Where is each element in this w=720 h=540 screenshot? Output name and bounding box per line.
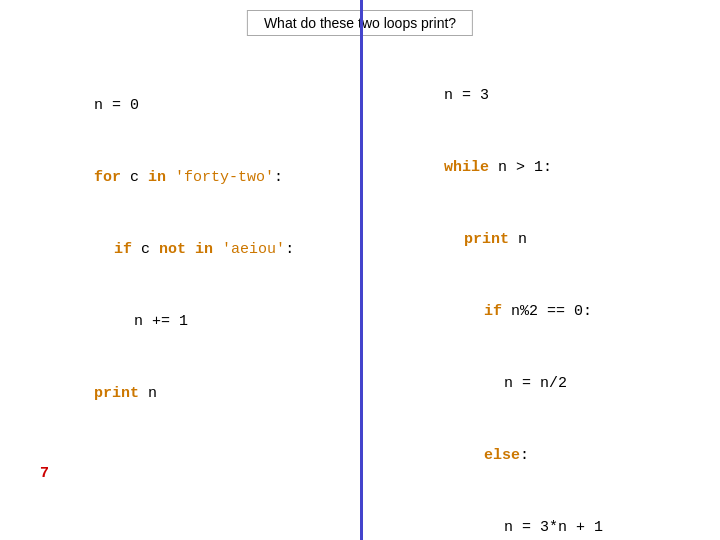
string-aeiou: 'aeiou' (222, 241, 285, 258)
right-line-6: else: (390, 420, 700, 492)
code-line-2: for c in 'forty-two': (40, 142, 340, 214)
print-keyword: print (94, 385, 139, 402)
right-line-1: n = 3 (390, 60, 700, 132)
left-code: n = 0 for c in 'forty-two': if c not in … (40, 70, 340, 430)
else-keyword: else (484, 447, 520, 464)
right-line-5: n = n/2 (390, 348, 700, 420)
left-output: 7 (40, 460, 340, 487)
right-line-3: print n (390, 204, 700, 276)
left-panel: n = 0 for c in 'forty-two': if c not in … (40, 70, 340, 487)
plain-text: n = 0 (94, 97, 139, 114)
not-keyword: not (159, 241, 186, 258)
right-panel: n = 3 while n > 1: print n if n%2 == 0: … (390, 60, 700, 540)
if-keyword-2: if (484, 303, 502, 320)
right-line-2: while n > 1: (390, 132, 700, 204)
for-keyword: for (94, 169, 121, 186)
in-keyword: in (148, 169, 166, 186)
divider (360, 0, 363, 540)
code-line-5: print n (40, 358, 340, 430)
in-keyword-2: in (195, 241, 213, 258)
print-keyword-2: print (464, 231, 509, 248)
while-keyword: while (444, 159, 489, 176)
right-line-4: if n%2 == 0: (390, 276, 700, 348)
code-line-3: if c not in 'aeiou': (40, 214, 340, 286)
right-line-7: n = 3*n + 1 (390, 492, 700, 540)
if-keyword: if (114, 241, 132, 258)
string-forty-two: 'forty-two' (175, 169, 274, 186)
left-answer: 7 (40, 465, 49, 482)
code-line-1: n = 0 (40, 70, 340, 142)
code-line-4: n += 1 (40, 286, 340, 358)
right-code: n = 3 while n > 1: print n if n%2 == 0: … (390, 60, 700, 540)
